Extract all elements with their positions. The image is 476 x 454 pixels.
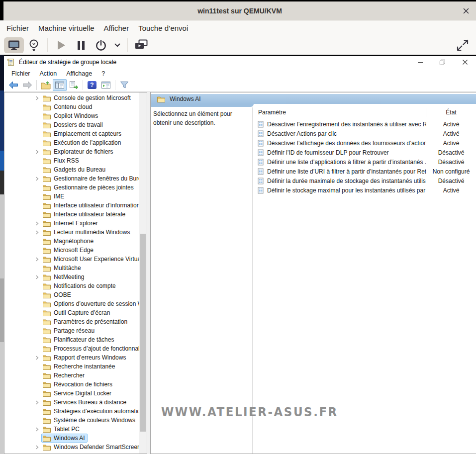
displays-button[interactable] [131,37,151,53]
close-icon[interactable] [463,7,470,14]
tree-item-r-vocation-de-fichiers[interactable]: Révocation de fichiers [4,380,139,389]
expand-chevron-icon[interactable] [32,398,41,407]
tree-item-box[interactable]: IME [41,192,67,201]
tree-item-box[interactable]: Options d’ouverture de session Windows [41,299,139,308]
tree-item-windows-defender-smartscreen[interactable]: Windows Defender SmartScreen [4,443,139,452]
tree-item-oobe[interactable]: OOBE [4,290,139,299]
expand-chevron-icon[interactable] [32,425,41,434]
expand-chevron-icon[interactable] [32,452,41,454]
vm-details-button[interactable] [24,37,44,53]
setting-row[interactable]: Définir le stockage maximal pour les ins… [253,185,476,195]
filter-button[interactable] [117,79,131,91]
tree-item-interface-utilisateur-d-informations[interactable]: Interface utilisateur d’informations [4,201,139,210]
expand-chevron-icon[interactable] [32,255,41,264]
tree-item-box[interactable]: Système de couleurs Windows [41,416,138,425]
tree-item-box[interactable]: Interface utilisateur d’informations [41,201,139,210]
menu-fichier[interactable]: Fichier [6,24,29,32]
extended-view-button[interactable] [99,79,113,91]
console-tree-toggle-button[interactable] [53,79,67,91]
expand-chevron-icon[interactable] [32,443,41,452]
tree-item-box[interactable]: OOBE [41,290,74,299]
restore-icon[interactable] [431,56,454,68]
up-folder-button[interactable] [39,79,53,91]
tree-scrollbar[interactable] [139,92,147,454]
fullscreen-button[interactable] [454,37,471,53]
tree-item-partial[interactable] [4,452,139,454]
tree-item-gestionnaire-de-pi-ces-jointes[interactable]: Gestionnaire de pièces jointes [4,183,139,192]
tree-item-dossiers-de-travail[interactable]: Dossiers de travail [4,120,139,129]
tree-item-box[interactable]: Contenu cloud [41,102,95,111]
tree-item-contenu-cloud[interactable]: Contenu cloud [4,102,139,111]
tree-item-box[interactable]: Flux RSS [41,156,82,165]
setting-row[interactable]: Définir une liste d’applications à filtr… [253,157,476,167]
tree-item-box[interactable]: NetMeeting [41,272,87,281]
gpedit-titlebar[interactable]: Éditeur de stratégie de groupe locale [4,56,476,68]
column-header-parametre[interactable]: Paramètre [253,109,426,116]
setting-row[interactable]: Définir la durée maximale de stockage de… [253,176,476,185]
help-button[interactable]: ? [85,79,99,91]
tree-item-gestionnaire-de-fen-tres-du-bureau[interactable]: Gestionnaire de fenêtres du Bureau [4,174,139,183]
pause-button[interactable] [71,37,91,53]
tree-item-box[interactable]: Exécution de l’application [41,138,123,147]
tree-item-box[interactable]: Outil Capture d’écran [41,308,112,317]
tree-item-ime[interactable]: IME [4,192,139,201]
tree-item-services-bureau-distance[interactable]: Services Bureau à distance [4,398,139,407]
tree-item-box[interactable]: Gestionnaire de fenêtres du Bureau [41,174,139,183]
setting-row[interactable]: Désactiver l’enregistrement des instanta… [253,119,476,129]
tree-item-box[interactable]: Emplacement et capteurs [41,129,124,138]
tree-item-box[interactable]: Tablet PC [41,425,82,434]
tree-item-windows-ai[interactable]: Windows AI [4,434,139,443]
tree-item-processus-d-ajout-de-fonctionnalit-s[interactable]: Processus d’ajout de fonctionnalités [4,344,139,353]
tree-item-box[interactable]: Console de gestion Microsoft [41,93,133,102]
shutdown-menu-button[interactable] [111,37,124,53]
tree-scrollbar-thumb[interactable] [140,234,146,432]
tree-item-emplacement-et-capteurs[interactable]: Emplacement et capteurs [4,129,139,138]
tree-item-microsoft-user-experience-virtualization[interactable]: Microsoft User Experience Virtualization [4,255,139,264]
expand-chevron-icon[interactable] [32,353,41,362]
tree-item-box[interactable]: Paramètres de présentation [41,317,130,326]
tree-item-interface-utilisateur-lat-rale[interactable]: Interface utilisateur latérale [4,210,139,219]
tree-item-syst-me-de-couleurs-windows[interactable]: Système de couleurs Windows [4,416,139,425]
tree-item-box[interactable]: Internet Explorer [41,219,100,228]
tree-item-box[interactable]: Microsoft User Experience Virtualization [41,255,139,264]
mmc-menu-action[interactable]: Action [40,70,57,77]
tree-item-outil-capture-d-cran[interactable]: Outil Capture d’écran [4,308,139,317]
tree-item-box[interactable]: Révocation de fichiers [41,380,115,389]
tree-item-box[interactable]: Copilot Windows [41,111,100,120]
virtual-display-button[interactable] [4,37,24,53]
tree-item-service-digital-locker[interactable]: Service Digital Locker [4,389,139,398]
tree-item-box[interactable]: Gestionnaire de pièces jointes [41,183,136,192]
tree-item-box[interactable]: Rapport d’erreurs Windows [41,353,128,362]
tree-item-strat-gies-d-ex-cution-automatique[interactable]: Stratégies d’exécution automatique [4,407,139,416]
tree-item-box[interactable]: Interface utilisateur latérale [41,210,128,219]
mmc-menu-help[interactable]: ? [101,70,105,77]
tree-item-magn-tophone[interactable]: Magnétophone [4,237,139,246]
tree-item-box[interactable]: Processus d’ajout de fonctionnalités [41,344,139,353]
tree-item-console-de-gestion-microsoft[interactable]: Console de gestion Microsoft [4,93,139,102]
tree-item-rapport-d-erreurs-windows[interactable]: Rapport d’erreurs Windows [4,353,139,362]
expand-chevron-icon[interactable] [32,228,41,237]
tree-item-notifications-de-compte[interactable]: Notifications de compte [4,281,139,290]
expand-chevron-icon[interactable] [32,272,41,281]
tree-item-box[interactable]: Rechercher [41,371,87,380]
menu-machine-virtuelle[interactable]: Machine virtuelle [38,24,95,32]
export-list-button[interactable] [67,79,81,91]
tree-item-box[interactable]: Magnétophone [41,237,96,246]
menu-afficher[interactable]: Afficher [104,24,129,32]
tree-item-multit-che[interactable]: Multitâche [4,264,139,272]
tree-item-netmeeting[interactable]: NetMeeting [4,272,139,281]
mmc-menu-affichage[interactable]: Affichage [66,70,92,77]
close-icon[interactable] [454,56,476,68]
tree-item-box[interactable]: Gadgets du Bureau [41,165,108,174]
setting-row[interactable]: Définir une liste d’URI à filtrer à part… [253,167,476,176]
tree-item-flux-rss[interactable]: Flux RSS [4,156,139,165]
tree-item-partage-r-seau[interactable]: Partage réseau [4,326,139,335]
tree-item-box[interactable]: Explorateur de fichiers [41,147,115,156]
menu-touche-denvoi[interactable]: Touche d’envoi [138,24,188,32]
tree-item-box[interactable]: Lecteur multimédia Windows [41,228,132,237]
tree-item-box[interactable]: Notifications de compte [41,281,118,290]
expand-chevron-icon[interactable] [32,219,41,228]
tree-item-box[interactable]: Stratégies d’exécution automatique [41,407,139,416]
tree-item-ex-cution-de-l-application[interactable]: Exécution de l’application [4,138,139,147]
tree-item-box[interactable]: Partage réseau [41,326,97,335]
